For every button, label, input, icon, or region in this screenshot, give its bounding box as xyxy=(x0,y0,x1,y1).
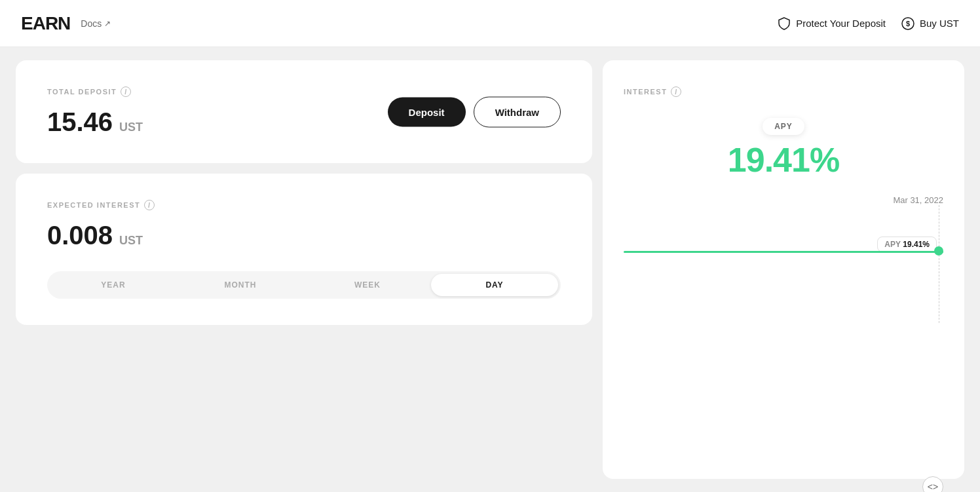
chart-code-button[interactable]: <> xyxy=(922,476,943,492)
total-deposit-value: 15.46 xyxy=(47,107,113,137)
total-deposit-label: TOTAL DEPOSIT i xyxy=(47,86,561,97)
deposit-button[interactable]: Deposit xyxy=(388,97,466,126)
buy-ust-label: Buy UST xyxy=(920,18,959,29)
expected-interest-info-icon[interactable]: i xyxy=(144,200,155,210)
action-buttons: Deposit Withdraw xyxy=(388,96,561,127)
chart-line-container: APY 19.41% xyxy=(624,231,943,271)
period-tabs: YEAR MONTH WEEK DAY xyxy=(47,271,561,299)
shield-icon xyxy=(778,17,791,30)
interest-info-icon[interactable]: i xyxy=(671,86,681,97)
protect-deposit-label: Protect Your Deposit xyxy=(796,18,886,29)
chart-area: Mar 31, 2022 APY 19.41% <> xyxy=(624,195,943,458)
docs-label: Docs xyxy=(81,18,102,29)
expected-interest-amount: 0.008 UST xyxy=(47,221,561,250)
expected-interest-card: EXPECTED INTEREST i 0.008 UST YEAR MONTH… xyxy=(16,174,592,325)
expected-interest-value: 0.008 xyxy=(47,221,113,250)
tab-month[interactable]: MONTH xyxy=(177,274,304,296)
tooltip-apy-label: APY xyxy=(884,240,901,249)
apy-bubble: APY xyxy=(763,118,804,135)
total-deposit-card: TOTAL DEPOSIT i 15.46 UST Deposit Withdr… xyxy=(16,60,592,163)
tooltip-apy-value: 19.41% xyxy=(903,240,930,249)
docs-link[interactable]: Docs ↗ xyxy=(81,18,111,29)
tab-day[interactable]: DAY xyxy=(431,274,558,296)
expected-interest-unit: UST xyxy=(119,234,143,248)
tab-year[interactable]: YEAR xyxy=(50,274,177,296)
chart-dashed-line xyxy=(939,205,939,323)
chart-date: Mar 31, 2022 xyxy=(624,195,943,205)
chart-tooltip: APY 19.41% xyxy=(877,237,937,252)
dollar-circle-icon: $ xyxy=(901,17,914,30)
apy-value: 19.41% xyxy=(728,140,839,180)
tab-week[interactable]: WEEK xyxy=(304,274,431,296)
buy-ust-nav[interactable]: $ Buy UST xyxy=(901,17,959,30)
header: EARN Docs ↗ Protect Your Deposit $ Buy U… xyxy=(0,0,980,47)
logo: EARN xyxy=(21,13,70,34)
right-panel: INTEREST i APY 19.41% Mar 31, 2022 APY 1… xyxy=(603,60,964,479)
apy-display: APY 19.41% xyxy=(624,118,943,180)
external-link-icon: ↗ xyxy=(104,19,111,28)
code-icon: <> xyxy=(928,482,938,492)
header-left: EARN Docs ↗ xyxy=(21,13,111,34)
expected-interest-label: EXPECTED INTEREST i xyxy=(47,200,561,210)
main-content: TOTAL DEPOSIT i 15.46 UST Deposit Withdr… xyxy=(0,47,980,492)
interest-chart-label: INTEREST i xyxy=(624,86,943,97)
svg-text:$: $ xyxy=(906,20,910,28)
chart-dot xyxy=(934,246,943,255)
total-deposit-info-icon[interactable]: i xyxy=(121,86,131,97)
protect-deposit-nav[interactable]: Protect Your Deposit xyxy=(778,17,886,30)
chart-line xyxy=(624,251,943,253)
left-panel: TOTAL DEPOSIT i 15.46 UST Deposit Withdr… xyxy=(16,60,592,479)
total-deposit-unit: UST xyxy=(119,121,143,134)
header-right: Protect Your Deposit $ Buy UST xyxy=(778,17,959,30)
withdraw-button[interactable]: Withdraw xyxy=(474,96,561,127)
